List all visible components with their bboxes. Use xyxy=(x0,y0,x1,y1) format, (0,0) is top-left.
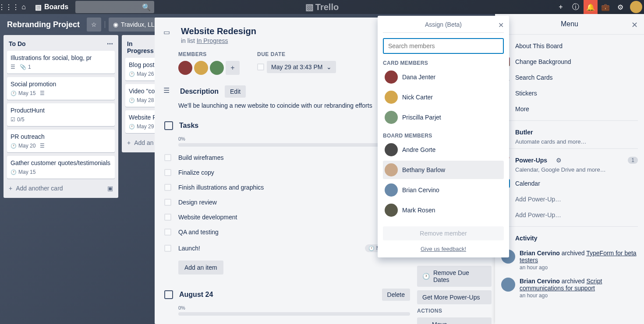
checkbox[interactable] xyxy=(164,154,171,161)
card-list-location: in list In Progress xyxy=(181,37,256,44)
member-name: Nick Carter xyxy=(402,94,433,101)
search-members-input[interactable] xyxy=(383,38,504,54)
menu-label: Stickers xyxy=(515,90,537,97)
menu-calendar[interactable]: 📅Calendar xyxy=(495,176,644,191)
actions-label: ACTIONS xyxy=(417,308,492,314)
arrow-right-icon: → xyxy=(422,321,428,324)
board-members-label: BOARD MEMBERS xyxy=(383,133,504,139)
card-title[interactable]: Website Redesign xyxy=(181,26,256,36)
feedback-link[interactable]: Give us feedback! xyxy=(421,246,466,252)
menu-add-powerup[interactable]: Add Power-Up… xyxy=(495,191,644,207)
menu-powerups[interactable]: 🚀Power-Ups⚙1 xyxy=(495,152,644,168)
checklist-item[interactable]: Build wireframes May 6 xyxy=(178,150,410,165)
checklist-title[interactable]: Tasks xyxy=(179,122,198,130)
checklist-item[interactable]: Finish illustrations and graphics May 15 xyxy=(178,180,410,195)
member-item[interactable]: Dana Jenter xyxy=(383,68,504,86)
menu-title: Menu xyxy=(561,20,578,28)
description-title: Description xyxy=(180,88,219,95)
menu-label: More xyxy=(515,106,529,113)
powerups-subtitle: Calendar, Google Drive and more… xyxy=(495,166,644,173)
menu-label: About This Board xyxy=(515,42,563,49)
member-item[interactable]: Priscilla Parjet xyxy=(383,108,504,127)
side-btn-label: Get More Power-Ups xyxy=(422,294,480,301)
avatar xyxy=(385,204,398,217)
duedate-checkbox[interactable] xyxy=(257,63,264,70)
checklist-icon xyxy=(164,290,173,299)
checkbox[interactable] xyxy=(164,199,171,206)
member-item[interactable]: Bethany Barlow xyxy=(383,161,504,179)
remove-member-button[interactable]: Remove member xyxy=(383,226,504,240)
checkbox[interactable] xyxy=(164,169,171,176)
checkbox[interactable] xyxy=(164,184,171,191)
powerup-count: 1 xyxy=(628,157,638,164)
menu-label: Calendar xyxy=(515,180,540,187)
add-member-button[interactable]: + xyxy=(226,61,240,75)
member-avatar[interactable] xyxy=(194,61,208,75)
add-checklist-item-button[interactable]: Add an item xyxy=(178,261,223,275)
menu-activity[interactable]: ☰Activity xyxy=(495,230,644,246)
member-item[interactable]: Andre Gorte xyxy=(383,141,504,159)
menu-butler[interactable]: 🤵Butler xyxy=(495,124,644,140)
member-item[interactable]: Mark Rosen xyxy=(383,201,504,219)
description-icon: ☰ xyxy=(163,86,174,97)
menu-add-powerup[interactable]: Add Power-Up… xyxy=(495,207,644,223)
menu-background[interactable]: Change Background xyxy=(495,54,644,70)
checklist-item-text: Finish illustrations and graphics xyxy=(178,184,264,191)
remove-due-dates-button[interactable]: 🕐 Remove Due Dates xyxy=(417,266,492,287)
description-text[interactable]: We'll be launching a new website to coin… xyxy=(178,102,410,109)
menu-search[interactable]: 🔍Search Cards xyxy=(495,70,644,85)
checklist-item[interactable]: Website development May 21 xyxy=(178,210,410,225)
member-name: Andre Gorte xyxy=(402,146,435,153)
menu-label: Search Cards xyxy=(515,74,553,81)
member-avatar[interactable] xyxy=(210,61,224,75)
avatar xyxy=(385,70,398,84)
duedate-button[interactable]: May 29 at 3:43 PM ⌄ xyxy=(267,61,336,73)
menu-about[interactable]: ▧About This Board xyxy=(495,38,644,54)
board-menu: Menu ✕ ▧About This Board Change Backgrou… xyxy=(495,14,644,324)
activity-item: Brian Cervino archived Script communicat… xyxy=(495,274,644,302)
checklist-icon xyxy=(164,121,173,130)
clock-icon: 🕐 xyxy=(422,273,430,280)
close-icon[interactable]: ✕ xyxy=(631,20,638,30)
checklist-item[interactable]: QA and testing May 25 xyxy=(178,225,410,239)
checklist-item-text: Launch! xyxy=(178,245,200,252)
member-item[interactable]: Nick Carter xyxy=(383,88,504,106)
delete-checklist-button[interactable]: Delete xyxy=(382,289,410,301)
member-item[interactable]: Brian Cervino xyxy=(383,181,504,199)
menu-label: Butler xyxy=(515,129,533,136)
checkbox[interactable] xyxy=(164,229,171,236)
menu-more[interactable]: ⋯More xyxy=(495,101,644,117)
checklist-item-text: Finalize copy xyxy=(178,169,214,176)
get-powerups-button[interactable]: Get More Power-Ups xyxy=(417,290,492,304)
menu-label: Change Background xyxy=(515,58,571,65)
menu-label: Power-Ups xyxy=(515,157,547,164)
popover-title: Assign (Beta) xyxy=(425,21,462,28)
checklist-item-text: Website development xyxy=(178,214,237,221)
menu-stickers[interactable]: ☺Stickers xyxy=(495,85,644,101)
checklist-item[interactable]: Design review May 19 xyxy=(178,195,410,210)
close-icon[interactable]: ✕ xyxy=(498,21,504,29)
edit-description-button[interactable]: Edit xyxy=(225,85,246,98)
avatar xyxy=(385,111,398,124)
side-btn-label: Remove Due Dates xyxy=(433,269,486,283)
checkbox[interactable] xyxy=(164,245,171,252)
assign-popover: Assign (Beta) ✕ CARD MEMBERS Dana Jenter… xyxy=(378,16,509,257)
side-btn-label: Move xyxy=(432,321,447,324)
avatar[interactable] xyxy=(501,278,515,292)
menu-label: Add Power-Up… xyxy=(515,196,561,203)
list-link[interactable]: In Progress xyxy=(197,37,228,44)
move-button[interactable]: → Move xyxy=(417,317,492,324)
gear-icon[interactable]: ⚙ xyxy=(554,156,563,165)
checklist-title[interactable]: August 24 xyxy=(179,291,213,299)
checkbox[interactable] xyxy=(164,214,171,221)
checklist-item-text: QA and testing xyxy=(178,229,219,236)
checklist-item[interactable]: Finalize copy May 11 xyxy=(178,165,410,180)
member-name: Brian Cervino xyxy=(402,187,439,194)
checklist-item[interactable]: Launch! May 29 xyxy=(178,239,410,257)
avatar xyxy=(385,183,398,197)
checklist-item-text: Design review xyxy=(178,199,217,206)
card-members-label: CARD MEMBERS xyxy=(383,60,504,66)
member-avatar[interactable] xyxy=(178,61,192,75)
member-name: Dana Jenter xyxy=(402,74,435,81)
avatar xyxy=(385,163,398,176)
